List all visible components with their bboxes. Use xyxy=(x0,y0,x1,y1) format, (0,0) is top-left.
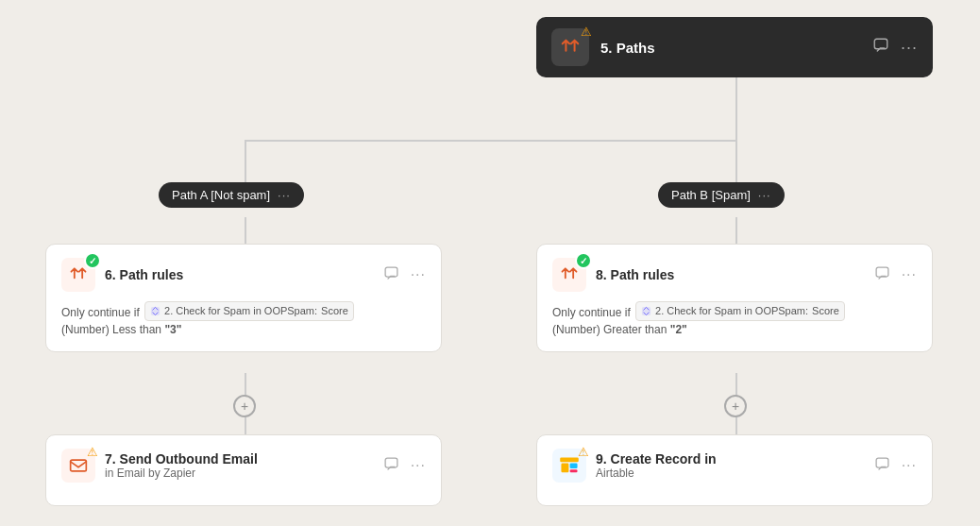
svg-rect-4 xyxy=(642,307,651,315)
path-rules-6-title: 6. Path rules xyxy=(105,267,374,282)
path-rules-8-badge-suffix: Score xyxy=(812,303,839,319)
path-rules-6-status: ✓ xyxy=(84,252,101,269)
svg-rect-5 xyxy=(71,460,87,471)
send-email-warning: ⚠ xyxy=(84,443,101,460)
filter-split-icon-8 xyxy=(560,265,579,284)
plus-icon-right: + xyxy=(732,399,739,414)
path-b-label: Path B [Spam] xyxy=(671,188,751,202)
plus-button-right[interactable]: + xyxy=(724,395,747,417)
svg-rect-1 xyxy=(385,267,397,277)
svg-rect-0 xyxy=(874,39,887,49)
path-rules-6-header: ✓ 6. Path rules ··· xyxy=(61,258,426,292)
airtable-comment-icon[interactable] xyxy=(874,456,890,476)
paths-warning-icon: ⚠ xyxy=(578,23,595,40)
svg-rect-2 xyxy=(151,307,160,315)
airtable-header: ⚠ 9. Create Record in Airtable ··· xyxy=(552,449,917,483)
plus-icon-left: + xyxy=(241,399,248,414)
svg-rect-10 xyxy=(876,458,888,467)
paths-node-title: 5. Paths xyxy=(600,40,861,56)
path-rules-8-more-icon[interactable]: ··· xyxy=(902,266,917,283)
path-rules-8-badge: 2. Check for Spam in OOPSpam: Score xyxy=(635,301,845,321)
path-rules-8-icon: ✓ xyxy=(552,258,586,292)
path-rules-6-badge-text: 2. Check for Spam in OOPSpam: xyxy=(164,303,317,319)
path-rules-6-badge-suffix: Score xyxy=(321,303,348,319)
path-rules-8-badge-text: 2. Check for Spam in OOPSpam: xyxy=(655,303,808,319)
arrow-split-icon xyxy=(560,37,581,58)
svg-rect-7 xyxy=(561,464,568,473)
airtable-title-group: 9. Create Record in Airtable xyxy=(596,451,865,480)
connector-horizontal-top xyxy=(245,140,737,142)
path-rules-6-icon: ✓ xyxy=(61,258,95,292)
paths-comment-icon[interactable] xyxy=(872,37,889,58)
filter-split-icon-6 xyxy=(69,265,88,284)
path-rules-8-value: "2" xyxy=(670,323,687,336)
path-a-more[interactable]: ··· xyxy=(278,188,291,202)
path-rules-6-more-icon[interactable]: ··· xyxy=(411,266,426,283)
send-email-icon: ⚠ xyxy=(61,449,95,483)
svg-rect-8 xyxy=(570,464,578,469)
path-rules-6-actions: ··· xyxy=(383,265,426,285)
connector-left-vertical-1 xyxy=(245,140,246,187)
path-rules-8-desc-post: (Number) Greater than xyxy=(552,323,667,336)
connector-main-vertical xyxy=(735,76,737,142)
paths-node-icon: ⚠ xyxy=(551,28,589,66)
path-rules-8-title: 8. Path rules xyxy=(596,267,865,282)
svg-rect-3 xyxy=(876,267,888,277)
path-rules-6-desc-post: (Number) Less than xyxy=(61,323,161,336)
path-rules-8-header: ✓ 8. Path rules ··· xyxy=(552,258,917,292)
paths-node: ⚠ 5. Paths ··· xyxy=(536,17,933,77)
path-rules-6-value: "3" xyxy=(164,323,181,336)
send-email-card: ⚠ 7. Send Outbound Email in Email by Zap… xyxy=(45,434,442,506)
send-email-actions: ··· xyxy=(383,456,426,476)
path-rules-8-actions: ··· xyxy=(874,265,917,285)
path-rules-6-desc-pre: Only continue if xyxy=(61,306,140,319)
path-rules-6-badge: 2. Check for Spam in OOPSpam: Score xyxy=(144,301,354,321)
path-a-badge[interactable]: Path A [Not spam] ··· xyxy=(159,182,304,208)
path-rules-8-card: ✓ 8. Path rules ··· Only continue if 2. … xyxy=(536,244,933,352)
path-b-more[interactable]: ··· xyxy=(758,188,771,202)
path-a-label: Path A [Not spam] xyxy=(172,188,270,202)
send-email-header: ⚠ 7. Send Outbound Email in Email by Zap… xyxy=(61,449,426,483)
connector-right-vertical-3 xyxy=(735,373,737,397)
airtable-card: ⚠ 9. Create Record in Airtable ··· xyxy=(536,434,933,506)
airtable-actions: ··· xyxy=(874,456,917,476)
path-rules-6-card: ✓ 6. Path rules ··· Only continue if 2. … xyxy=(45,244,442,352)
path-rules-8-status: ✓ xyxy=(575,252,592,269)
path-rules-8-comment-icon[interactable] xyxy=(874,265,890,285)
send-email-more-icon[interactable]: ··· xyxy=(411,457,426,474)
path-rules-6-description: Only continue if 2. Check for Spam in OO… xyxy=(61,301,426,338)
airtable-warning: ⚠ xyxy=(575,443,592,460)
airtable-icon: ⚠ xyxy=(552,449,586,483)
connector-right-vertical-1 xyxy=(735,140,737,187)
path-rules-8-description: Only continue if 2. Check for Spam in OO… xyxy=(552,301,917,338)
plus-button-left[interactable]: + xyxy=(233,395,256,417)
paths-node-actions: ··· xyxy=(872,37,918,58)
send-email-subtitle: in Email by Zapier xyxy=(105,467,374,480)
path-b-badge[interactable]: Path B [Spam] ··· xyxy=(658,182,785,208)
airtable-title: 9. Create Record in xyxy=(596,451,865,467)
send-email-title-group: 7. Send Outbound Email in Email by Zapie… xyxy=(105,451,374,480)
path-rules-8-desc-pre: Only continue if xyxy=(552,306,631,319)
airtable-more-icon[interactable]: ··· xyxy=(902,457,917,474)
connector-left-vertical-3 xyxy=(245,373,246,397)
path-rules-6-comment-icon[interactable] xyxy=(383,265,399,285)
paths-more-icon[interactable]: ··· xyxy=(901,38,918,58)
svg-rect-6 xyxy=(385,458,397,467)
send-email-title: 7. Send Outbound Email xyxy=(105,451,374,467)
svg-rect-9 xyxy=(570,469,578,472)
send-email-comment-icon[interactable] xyxy=(383,456,399,476)
airtable-subtitle: Airtable xyxy=(596,467,865,480)
